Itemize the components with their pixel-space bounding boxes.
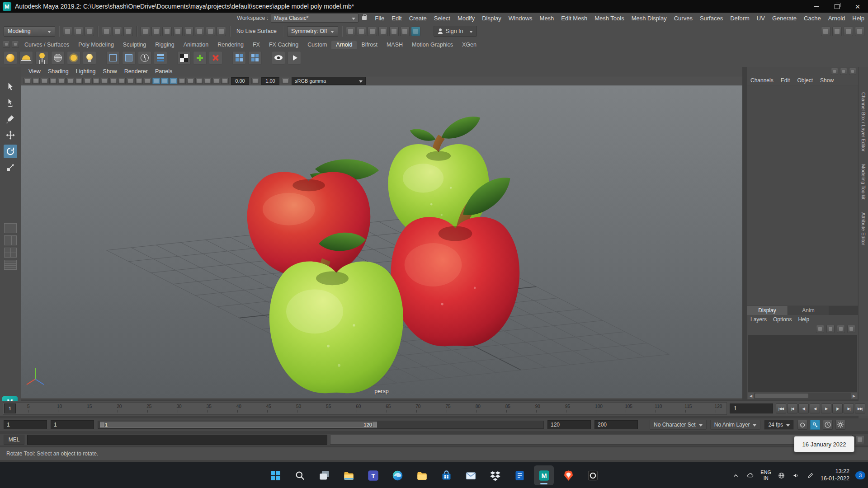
character-set-dropdown[interactable]: No Character Set [650, 420, 707, 430]
ipr-render[interactable] [368, 27, 377, 36]
sidebar-tab[interactable]: Channel Box / Layer Editor [861, 92, 866, 151]
paint-select-tool[interactable] [4, 112, 17, 126]
lasso-tool[interactable] [4, 96, 17, 109]
field-chart[interactable] [118, 78, 126, 84]
shelf-options-gear-icon[interactable] [3, 41, 10, 48]
maya[interactable]: M [534, 465, 554, 485]
menu-item[interactable]: Surfaces [696, 15, 726, 22]
menu-item[interactable]: Windows [505, 15, 536, 22]
grid-toggle[interactable] [84, 78, 91, 84]
film-gate[interactable] [92, 78, 100, 84]
step-forward-key[interactable]: |▶ [832, 404, 843, 413]
dropbox[interactable] [485, 465, 505, 485]
shelf-tab[interactable]: Rigging [151, 41, 179, 49]
shelf-tab[interactable]: MASH [382, 41, 407, 49]
menu-item[interactable]: Modify [454, 15, 478, 22]
manip-speed-fast[interactable] [849, 68, 856, 75]
gate-mask[interactable] [109, 78, 117, 84]
language-indicator[interactable]: ENG IN [760, 469, 771, 481]
arnold-light-portal[interactable] [67, 51, 80, 65]
range-start-handle[interactable] [100, 422, 104, 427]
menu-item[interactable]: Generate [769, 15, 800, 22]
layer-editor-tab[interactable]: Display [747, 306, 788, 315]
shelf-tab[interactable]: XGen [458, 41, 481, 49]
menu-item[interactable]: Select [430, 15, 454, 22]
play-backwards[interactable]: ◀ [810, 404, 820, 413]
window-close-button[interactable] [847, 0, 868, 13]
range-end-handle[interactable] [373, 422, 377, 427]
scale-tool[interactable] [4, 161, 17, 174]
camera-attributes[interactable] [41, 78, 48, 84]
shelf-tab[interactable]: FX Caching [264, 41, 303, 49]
output-connections[interactable] [217, 27, 226, 36]
layer-editor-tab[interactable]: Anim [788, 306, 829, 315]
panel-menu-item[interactable]: Lighting [73, 68, 99, 75]
go-to-start[interactable]: |◀◀ [776, 404, 786, 413]
start[interactable] [265, 465, 285, 485]
arnold-physical-sky[interactable] [83, 51, 96, 65]
arnold-add-utility[interactable] [193, 51, 207, 65]
playback-end-field[interactable]: 120 [547, 420, 591, 429]
create-empty-layer[interactable] [837, 325, 845, 333]
step-back-frame[interactable]: |◀ [787, 404, 797, 413]
shelf-tab[interactable]: Rendering [213, 41, 248, 49]
arnold-area-light[interactable] [4, 51, 17, 65]
sign-in-button[interactable]: Sign In [434, 26, 477, 37]
shelf-tab[interactable]: Curves / Surfaces [20, 41, 74, 49]
playback-loop[interactable] [797, 420, 807, 430]
sidebar-tab[interactable]: Modeling Toolkit [861, 164, 866, 200]
fps-dropdown[interactable]: 24 fps [764, 420, 794, 430]
open-scene[interactable] [74, 27, 83, 36]
channel-box-menu-item[interactable]: Channels [750, 77, 774, 84]
make-live[interactable] [195, 27, 204, 36]
textured-mode[interactable] [161, 78, 169, 84]
bookmarks[interactable] [49, 78, 57, 84]
safe-action[interactable] [127, 78, 134, 84]
command-line-output[interactable] [330, 435, 853, 445]
playback-start-field[interactable]: 1 [51, 420, 94, 429]
resolution-gate[interactable] [101, 78, 108, 84]
select-mask[interactable] [123, 27, 133, 36]
arnold-export-ass[interactable] [248, 51, 262, 65]
open-render-view[interactable] [346, 27, 355, 36]
pause-viewport[interactable] [411, 27, 420, 36]
toggle-attribute-editor[interactable] [832, 27, 842, 36]
gamma-icon[interactable] [251, 78, 259, 84]
animation-end-field[interactable]: 200 [594, 420, 638, 429]
playback-range[interactable]: 1 120 [100, 422, 377, 428]
viewport-canvas[interactable]: persp [21, 85, 742, 398]
symmetry-dropdown[interactable]: Symmetry: Off [287, 26, 338, 37]
snapshot-render[interactable] [357, 27, 366, 36]
channel-box-menu-item[interactable]: Object [797, 77, 813, 84]
live-surface-label[interactable]: No Live Surface [236, 28, 277, 34]
lock-camera[interactable] [32, 78, 40, 84]
notification-badge[interactable]: 3 [855, 471, 865, 479]
brave[interactable] [558, 465, 578, 485]
menu-item[interactable]: Edit Mesh [557, 15, 591, 22]
scroll-right-icon[interactable]: ▶ [851, 393, 857, 399]
play-forward[interactable]: ▶ [821, 404, 831, 413]
safe-title[interactable] [135, 78, 143, 84]
menu-item[interactable]: Create [406, 15, 430, 22]
arnold-flush-cache[interactable] [138, 51, 151, 65]
go-to-end[interactable]: ▶▶| [855, 404, 865, 413]
select-tool[interactable] [4, 80, 17, 93]
snap-to-point[interactable] [162, 27, 172, 36]
panel-menu-item[interactable]: Shading [45, 68, 72, 75]
window-minimize-button[interactable] [806, 0, 826, 13]
script-editor-icon[interactable] [855, 435, 864, 444]
menu-item[interactable]: UV [753, 15, 769, 22]
create-layer-from-selected[interactable] [847, 325, 855, 333]
image-plane[interactable] [58, 78, 66, 84]
manip-speed-medium[interactable] [840, 68, 847, 75]
arnold-bake-geometry[interactable] [232, 51, 246, 65]
redo[interactable] [113, 27, 122, 36]
toggle-modeling-toolkit[interactable] [821, 27, 830, 36]
menu-item[interactable]: Deform [726, 15, 753, 22]
hypershade[interactable] [389, 27, 399, 36]
menu-item[interactable]: Edit [388, 15, 405, 22]
step-forward-frame[interactable]: ▶| [844, 404, 854, 413]
teams[interactable]: T [363, 465, 383, 485]
use-all-lights[interactable] [170, 78, 177, 84]
command-line-mode-button[interactable]: MEL [4, 435, 24, 445]
